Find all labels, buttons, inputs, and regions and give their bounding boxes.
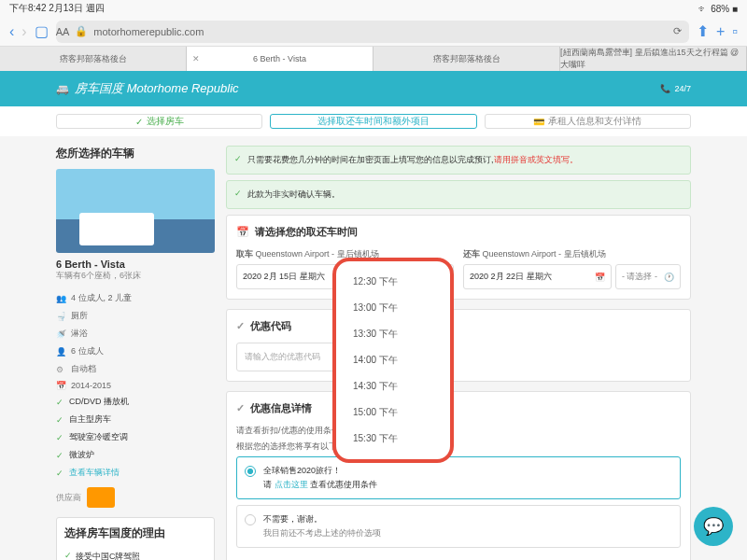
reader-icon[interactable]: AA xyxy=(56,26,70,37)
phone-link[interactable]: 📞24/7 xyxy=(660,84,691,93)
tab-3[interactable]: [紐西蘭南島露營車] 皇后鎮進出15天之行程篇 @ 大嘴咩 xyxy=(560,47,747,71)
feat: ✓微波炉 xyxy=(56,446,215,464)
reason: ✓接受中国C牌驾照 xyxy=(64,549,206,560)
new-tab-icon[interactable]: + xyxy=(716,23,725,40)
url-bar[interactable]: AA 🔒 motorhomerepublic.com ⟳ xyxy=(56,21,689,43)
time-option[interactable]: 13:30 下午 xyxy=(336,321,450,347)
chat-button[interactable]: 💬 xyxy=(694,507,733,546)
dropoff-time[interactable]: - 请选择 -🕐 xyxy=(615,264,681,289)
discount-option-1[interactable]: 全球销售2020旅行！ 请 点击这里 查看优惠使用条件 xyxy=(236,456,681,499)
logo-icon: 🚐 xyxy=(56,83,69,95)
feat: ✓自主型房车 xyxy=(56,411,215,428)
time-option[interactable]: 15:00 下午 xyxy=(336,399,450,426)
check-icon: ✓ xyxy=(236,320,245,332)
supplier-label: 供应商 xyxy=(56,492,81,504)
view-details-link[interactable]: ✓查看车辆详情 xyxy=(56,464,215,482)
tab-2[interactable]: 痞客邦部落格後台 xyxy=(374,47,560,71)
lock-icon: 🔒 xyxy=(75,25,88,37)
forward-icon: › xyxy=(21,23,26,40)
dropoff-date[interactable]: 2020 2月 22日 星期六📅 xyxy=(463,264,612,289)
time-option[interactable]: 15:30 下午 xyxy=(336,426,450,452)
alert: ✓此款为非实时确认车辆。 xyxy=(226,180,691,209)
tab-0[interactable]: 痞客邦部落格後台 xyxy=(0,47,187,71)
time-option[interactable]: 14:00 下午 xyxy=(336,347,450,373)
tab-1[interactable]: ✕6 Berth - Vista xyxy=(187,47,374,71)
time-dropdown: 12:30 下午 13:00 下午 13:30 下午 14:00 下午 14:3… xyxy=(332,258,454,463)
vehicle-name: 6 Berth - Vista xyxy=(56,259,215,270)
refresh-icon[interactable]: ⟳ xyxy=(673,25,682,37)
alert: ✓只需要花费您几分钟的时间在加密页面上填写您的信息以完成预订,请用拼音或英文填写… xyxy=(226,146,691,175)
status-battery: ᯤ 68% ■ xyxy=(698,4,738,14)
tabs-icon[interactable]: ▫ xyxy=(732,23,738,40)
status-time: 下午8:42 xyxy=(9,3,46,13)
feat: ✓CD/DVD 播放机 xyxy=(56,393,215,411)
time-option[interactable]: 13:00 下午 xyxy=(336,295,450,321)
brand: 房车国度 Motorhome Republic xyxy=(75,80,239,97)
calendar-icon: 📅 xyxy=(595,273,605,282)
step-1[interactable]: ✓ 选择房车 xyxy=(56,114,262,129)
discount-link[interactable]: 点击这里 xyxy=(275,480,308,489)
spec: 👤6 位成人 xyxy=(56,343,215,360)
share-icon[interactable]: ⬆ xyxy=(697,22,709,40)
calendar-icon: 📅 xyxy=(236,226,249,238)
supplier-badge xyxy=(87,487,115,508)
back-icon[interactable]: ‹ xyxy=(9,23,14,40)
bookmarks-icon[interactable]: ▢ xyxy=(35,22,49,40)
dropoff-label: 还车 Queenstown Airport - 皇后镇机场 xyxy=(463,248,681,260)
time-option[interactable]: 12:30 下午 xyxy=(336,269,450,295)
url-text: motorhomerepublic.com xyxy=(93,26,204,37)
clock-icon: 🕐 xyxy=(664,273,674,282)
vehicle-image xyxy=(56,169,215,253)
pickup-title: 请选择您的取还车时间 xyxy=(255,225,358,239)
spec: 📅2014-2015 xyxy=(56,378,215,393)
step-3: 💳 承租人信息和支付详情 xyxy=(485,114,691,129)
discount-sub2: 根据您的选择您将享有以下折 xyxy=(236,441,681,453)
spec: ⚙自动档 xyxy=(56,360,215,378)
spec: 👥4 位成人, 2 儿童 xyxy=(56,289,215,307)
left-title: 您所选择的车辆 xyxy=(56,146,215,161)
check-icon: ✓ xyxy=(236,402,245,414)
time-option[interactable]: 14:30 下午 xyxy=(336,373,450,399)
spec: 🚿淋浴 xyxy=(56,325,215,343)
close-icon[interactable]: ✕ xyxy=(192,54,200,63)
radio-icon xyxy=(245,514,256,525)
feat: ✓驾驶室冷暖空调 xyxy=(56,428,215,446)
discount-title: 优惠信息详情 xyxy=(250,401,312,415)
vehicle-sub: 车辆有6个座椅，6张床 xyxy=(56,270,215,282)
status-date: 2月13日 週四 xyxy=(49,3,104,13)
discount-sub1: 请查看折扣/优惠的使用条件 xyxy=(236,425,681,437)
radio-icon xyxy=(245,466,256,477)
step-2: 选择取还车时间和额外项目 xyxy=(270,114,476,129)
promo-title: 优惠代码 xyxy=(250,319,291,333)
reasons-title: 选择房车国度的理由 xyxy=(64,525,206,541)
spec: 🚽厕所 xyxy=(56,307,215,325)
discount-option-2[interactable]: 不需要，谢谢。 我目前还不考虑上述的特价选项 xyxy=(236,505,681,548)
